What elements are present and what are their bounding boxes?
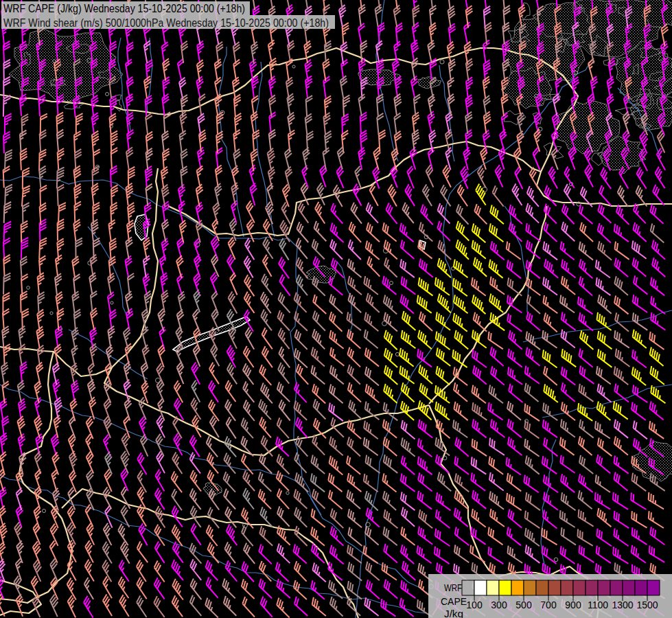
svg-text:WRF: WRF bbox=[444, 582, 462, 593]
svg-text:1100: 1100 bbox=[588, 599, 608, 610]
svg-text:WRF CAPE (J/kg) Wednesday 15-1: WRF CAPE (J/kg) Wednesday 15-10-2025 00:… bbox=[3, 2, 245, 14]
svg-text:900: 900 bbox=[565, 599, 581, 610]
svg-text:1500: 1500 bbox=[636, 599, 658, 610]
svg-text:300: 300 bbox=[491, 599, 507, 610]
svg-text:J/kg: J/kg bbox=[444, 608, 463, 618]
svg-text:700: 700 bbox=[540, 599, 557, 610]
svg-text:500: 500 bbox=[515, 599, 532, 610]
svg-text:1300: 1300 bbox=[612, 599, 633, 610]
svg-text:CAPE: CAPE bbox=[441, 595, 467, 607]
svg-text:WRF Wind shear (m/s) 500/1000h: WRF Wind shear (m/s) 500/1000hPa Wednesd… bbox=[3, 16, 329, 29]
svg-text:100: 100 bbox=[466, 599, 483, 610]
